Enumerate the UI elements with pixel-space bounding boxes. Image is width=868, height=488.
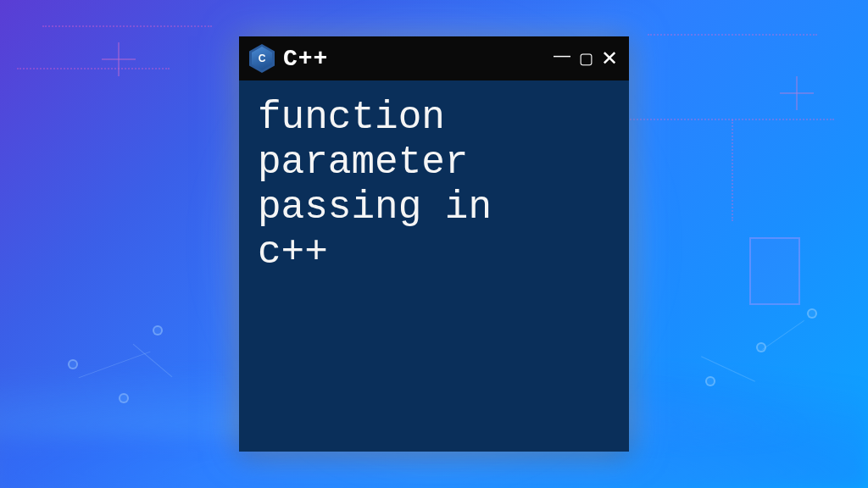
titlebar[interactable]: C C++ — ▢ ✕: [239, 36, 629, 80]
window-controls: — ▢ ✕: [553, 48, 619, 69]
window-body: function parameter passing in c++: [239, 80, 629, 452]
minimize-button[interactable]: —: [553, 47, 571, 64]
maximize-button[interactable]: ▢: [576, 51, 595, 66]
window-title: C++: [283, 46, 544, 72]
close-button[interactable]: ✕: [600, 48, 619, 69]
body-text: function parameter passing in c++: [258, 96, 610, 275]
terminal-window: C C++ — ▢ ✕ function parameter passing i…: [239, 36, 629, 452]
cpp-icon: C: [249, 44, 275, 73]
